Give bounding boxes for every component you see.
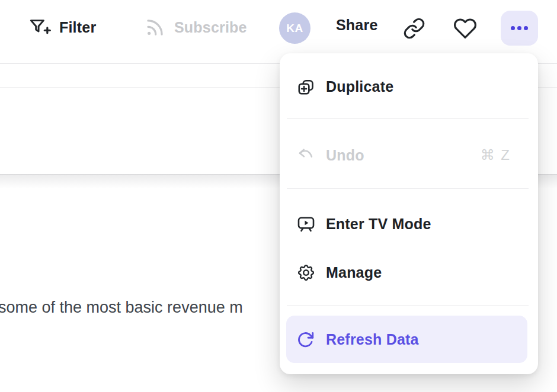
more-options-menu: Duplicate Undo ⌘ Z Enter TV Mode [280, 53, 538, 374]
menu-divider [287, 305, 529, 306]
rss-icon [144, 17, 166, 38]
gear-icon [296, 263, 316, 282]
menu-item-label: Duplicate [326, 78, 393, 95]
avatar[interactable]: KA [279, 12, 310, 44]
share-button[interactable]: Share [336, 17, 377, 34]
share-label: Share [336, 17, 377, 34]
subscribe-label: Subscribe [174, 19, 247, 36]
menu-item-label: Enter TV Mode [326, 216, 431, 233]
filter-label: Filter [59, 19, 96, 36]
menu-item-label: Refresh Data [326, 331, 419, 348]
filter-button[interactable]: Filter [28, 17, 96, 38]
undo-icon [296, 146, 316, 165]
subscribe-button[interactable]: Subscribe [144, 17, 247, 38]
undo-shortcut: ⌘ Z [481, 147, 511, 163]
menu-item-refresh-data[interactable]: Refresh Data [286, 316, 527, 363]
refresh-icon [296, 330, 315, 349]
heart-icon [453, 17, 477, 40]
ellipsis-icon [511, 26, 515, 30]
screen: some of the most basic revenue m Filter … [0, 0, 557, 392]
avatar-initials: KA [286, 22, 303, 35]
menu-divider [287, 188, 529, 189]
menu-item-label: Manage [326, 264, 382, 281]
menu-item-manage[interactable]: Manage [280, 249, 538, 296]
duplicate-icon [296, 77, 316, 97]
menu-item-undo[interactable]: Undo ⌘ Z [280, 131, 538, 179]
menu-divider [287, 118, 529, 119]
menu-item-enter-tv-mode[interactable]: Enter TV Mode [280, 200, 538, 248]
tv-play-icon [296, 214, 316, 234]
copy-link-button[interactable] [403, 17, 425, 40]
filter-plus-icon [28, 17, 51, 38]
more-options-button[interactable] [501, 11, 538, 46]
link-icon [403, 17, 425, 40]
menu-item-duplicate[interactable]: Duplicate [280, 63, 538, 110]
favorite-button[interactable] [453, 17, 477, 40]
menu-item-label: Undo [326, 147, 364, 164]
